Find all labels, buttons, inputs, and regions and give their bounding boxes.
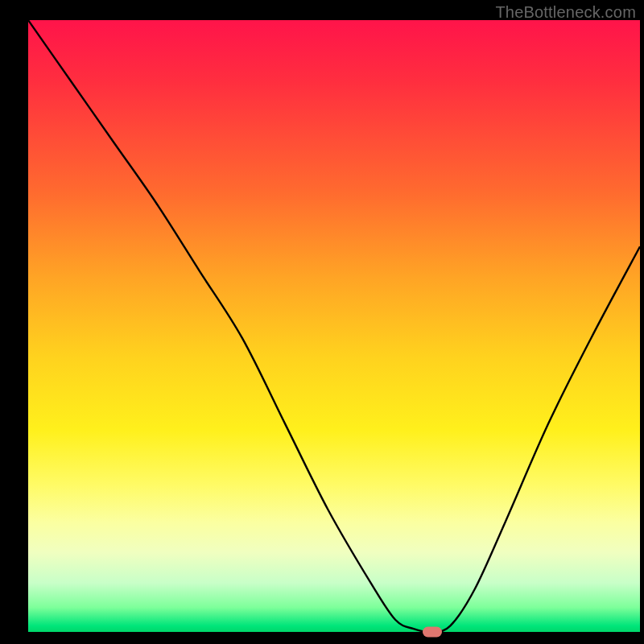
bottleneck-curve-path — [28, 20, 640, 632]
chart-stage: TheBottleneck.com — [0, 0, 644, 644]
watermark-text: TheBottleneck.com — [495, 3, 636, 22]
curve-svg — [28, 20, 640, 632]
plot-area — [28, 20, 640, 632]
optimal-marker — [423, 627, 442, 638]
